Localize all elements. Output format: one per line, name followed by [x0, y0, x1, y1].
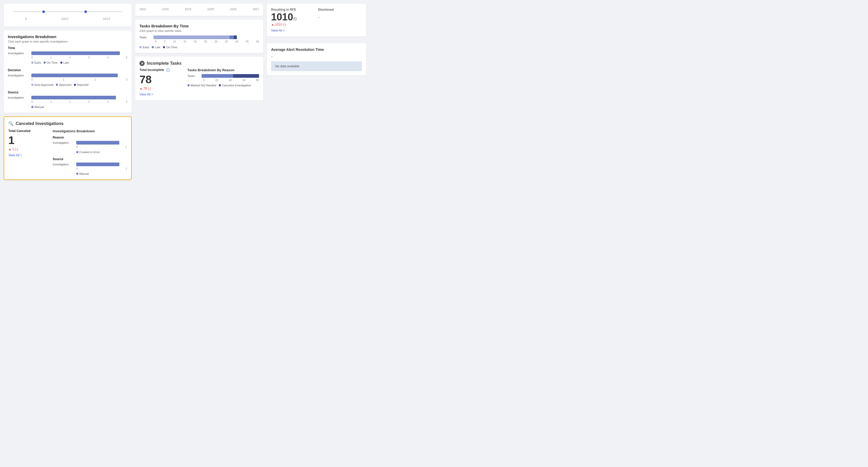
date-5: 10/26: [230, 8, 236, 11]
reason-legend: Created in Error: [53, 151, 127, 154]
dismissed-right: Dismissed -: [318, 8, 362, 32]
reason-section: Reason: [53, 136, 127, 139]
canceled-segment: [233, 74, 259, 78]
incomplete-title: Incomplete Tasks: [147, 61, 182, 66]
legend-created-in-error: Created in Error: [76, 151, 100, 154]
legend-early: Early: [31, 61, 41, 64]
rfe-title: Resulting in RFE: [271, 8, 315, 11]
tasks-time-title: Tasks Breakdown By Time: [140, 24, 259, 28]
timeline-marker1: 10/12: [61, 17, 69, 20]
time-legend: Early On Time Late: [8, 61, 127, 64]
reason-axis: 0 1: [53, 145, 127, 148]
incomplete-inner: Total Incomplete i 78 ▲ 78 (-) View All …: [140, 68, 259, 96]
rejected-dot: [74, 84, 76, 86]
marked-label: Marked Not Needed: [191, 84, 216, 87]
ontime-label: On Time: [47, 61, 58, 64]
tasks-early-dot: [140, 46, 142, 48]
reason-bar: [76, 141, 119, 144]
rfe-view-all[interactable]: View All >: [271, 29, 285, 32]
canceled-source-bar: [76, 163, 119, 166]
avg-resolution-title: Average Alert Resolution Time: [271, 47, 362, 52]
search-icon: 🔍: [8, 121, 13, 126]
late-segment: [229, 35, 234, 39]
canceled-total-value: 1: [8, 135, 50, 146]
tasks-time-axis: 0 5 10 15 20 25 30 35 40 45 50: [140, 40, 259, 43]
decision-bar-row: Investigation: [8, 74, 127, 77]
incomplete-tasks-card: ✕ Incomplete Tasks Total Incomplete i 78…: [135, 57, 263, 100]
timeline-axis-zero: 0: [25, 17, 27, 20]
canceled-breakdown-title: Investigations Breakdown: [53, 129, 127, 133]
canceled-total-label: Total Canceled: [8, 129, 50, 133]
canceled-source-bar-row: Investigation: [53, 163, 127, 166]
tasks-time-subtitle: Click graph to view specific tasks: [140, 29, 259, 32]
rfe-subscript: /0: [293, 17, 297, 21]
legend-tasks-early: Early: [140, 46, 149, 49]
decision-bar-label: Investigation: [8, 74, 31, 77]
date-4: 10/25: [207, 8, 214, 11]
timeline-card: 0 10/12 10/13: [4, 4, 132, 27]
source-bar: [31, 96, 116, 99]
canceled-breakdown: Investigations Breakdown Reason Investig…: [53, 129, 127, 175]
inv-breakdown-subtitle: Click each graph to view specific invest…: [8, 40, 127, 43]
timeline-marker2: 10/13: [103, 17, 110, 20]
incomplete-legend: Marked Not Needed Canceled Investigation: [187, 84, 259, 87]
incomplete-delta: ▲ 78 (-): [140, 87, 184, 90]
legend-approved: Approved: [56, 83, 71, 86]
rfe-big-number: 1010/0: [271, 11, 315, 23]
incomplete-stacked-bar: [202, 74, 259, 78]
source-section-label: Source: [8, 91, 127, 94]
decision-legend: Auto Approved Approved Rejected: [8, 83, 127, 86]
legend-auto-approved: Auto Approved: [31, 83, 53, 86]
canceled-source-legend: Manual: [53, 172, 127, 175]
canceled-inner: Total Canceled 1 ▲ 1 (-) View All > Inve…: [8, 129, 127, 175]
legend-late: Late: [60, 61, 69, 64]
date-6: 10/27: [252, 8, 259, 11]
rfe-card: Resulting in RFE 1010/0 ▲ 1010 (-) View …: [267, 4, 366, 36]
dismissed-value: -: [318, 13, 362, 20]
marked-segment: [202, 74, 233, 78]
investigations-breakdown-card: Investigations Breakdown Click each grap…: [4, 30, 132, 113]
main-layout: 0 10/12 10/13 Investigations Breakdown C…: [0, 0, 868, 467]
tasks-time-legend: Early Late On-Time: [140, 46, 259, 49]
reason-bar-container: [76, 141, 127, 144]
decision-axis: 0 1 2 3: [8, 78, 127, 81]
approved-label: Approved: [59, 83, 71, 86]
legend-canceled-investigation: Canceled Investigation: [219, 84, 251, 87]
created-in-error-label: Created in Error: [80, 151, 100, 154]
no-data-box: No data available: [271, 61, 362, 71]
legend-ontime: On Time: [43, 61, 58, 64]
canceled-inv-label: Canceled Investigation: [222, 84, 251, 87]
tasks-early-label: Early: [143, 46, 149, 49]
approved-dot: [56, 84, 58, 86]
date-axis-card: 10/13 10/18 10/19 10/25 10/26 10/27: [135, 4, 263, 16]
column-1: 0 10/12 10/13 Investigations Breakdown C…: [4, 4, 132, 463]
tasks-stacked-bar: [154, 35, 259, 39]
legend-manual: Manual: [31, 105, 44, 108]
reason-bar-row: Investigation: [53, 141, 127, 144]
tasks-time-label: Tasks: [140, 36, 153, 39]
decision-bar: [31, 74, 118, 77]
canceled-source-bar-label: Investigation: [53, 163, 76, 166]
column-2: 10/13 10/18 10/19 10/25 10/26 10/27 Task…: [135, 4, 263, 463]
auto-approved-dot: [31, 84, 33, 86]
canceled-source-bar-container: [76, 163, 127, 166]
ontime-dot: [43, 62, 46, 64]
canceled-title: Canceled Investigations: [16, 121, 63, 126]
time-bar-label: Investigation: [8, 52, 31, 55]
info-icon[interactable]: i: [166, 68, 170, 72]
canceled-delta: ▲ 1 (-): [8, 147, 50, 151]
incomplete-view-all[interactable]: View All >: [140, 93, 153, 96]
canceled-view-all[interactable]: View All >: [8, 154, 22, 157]
canceled-source-axis: 0 1: [53, 167, 127, 170]
avg-resolution-card: Average Alert Resolution Time - No data …: [267, 43, 366, 75]
time-bar: [31, 52, 120, 55]
canceled-investigations-card: 🔍 Canceled Investigations Total Canceled…: [4, 116, 132, 180]
early-label: Early: [34, 61, 41, 64]
legend-tasks-late: Late: [152, 46, 160, 49]
rfe-grid: Resulting in RFE 1010/0 ▲ 1010 (-) View …: [271, 8, 362, 32]
time-bar-container: [31, 52, 127, 55]
late-dot: [60, 62, 62, 64]
incomplete-total-value: 78: [140, 74, 184, 85]
time-axis: 0 1 2 3 4 5: [8, 56, 127, 59]
legend-marked-not-needed: Marked Not Needed: [187, 84, 216, 87]
